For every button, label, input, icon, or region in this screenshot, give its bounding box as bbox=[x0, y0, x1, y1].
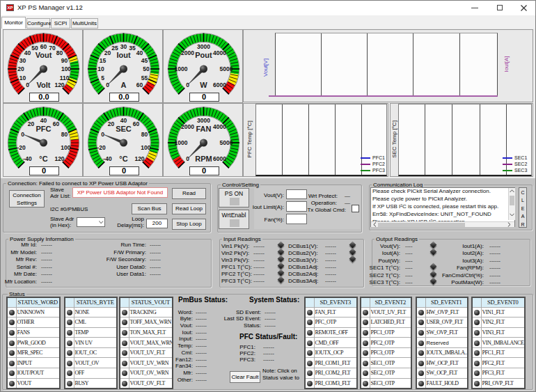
svg-text:0: 0 bbox=[186, 81, 189, 88]
svg-text:-20: -20 bbox=[17, 144, 26, 151]
svg-text:-20: -20 bbox=[97, 144, 106, 151]
svg-text:100: 100 bbox=[61, 144, 70, 151]
svg-text:60: 60 bbox=[53, 120, 60, 127]
svg-text:Pout: Pout bbox=[195, 51, 212, 59]
svg-text:55: 55 bbox=[141, 75, 148, 81]
svg-text:120: 120 bbox=[134, 155, 144, 162]
svg-text:80: 80 bbox=[141, 131, 148, 138]
svg-text:0: 0 bbox=[26, 81, 29, 88]
svg-text:-40: -40 bbox=[103, 155, 112, 162]
svg-text:80: 80 bbox=[61, 131, 68, 138]
svg-text:60: 60 bbox=[40, 43, 47, 50]
svg-text:3000: 3000 bbox=[197, 43, 210, 50]
svg-text:2000: 2000 bbox=[181, 49, 194, 56]
svg-text:100: 100 bbox=[61, 65, 71, 72]
svg-text:PFC: PFC bbox=[36, 125, 52, 133]
svg-text:0: 0 bbox=[101, 131, 104, 138]
svg-text:5000: 5000 bbox=[220, 65, 233, 72]
svg-text:40: 40 bbox=[40, 117, 47, 124]
svg-text:0: 0 bbox=[106, 81, 109, 88]
svg-text:Volt: Volt bbox=[37, 81, 51, 89]
svg-text:10: 10 bbox=[97, 65, 104, 72]
svg-text:45: 45 bbox=[141, 57, 148, 64]
svg-text:FAN: FAN bbox=[196, 125, 212, 133]
svg-text:30: 30 bbox=[19, 57, 26, 64]
svg-text:4000: 4000 bbox=[213, 49, 226, 56]
svg-text:20: 20 bbox=[28, 120, 35, 127]
svg-text:-40: -40 bbox=[23, 155, 32, 162]
svg-text:40: 40 bbox=[24, 49, 31, 56]
svg-text:1000: 1000 bbox=[175, 139, 188, 146]
svg-text:80: 80 bbox=[56, 49, 63, 56]
svg-text:60: 60 bbox=[136, 81, 143, 88]
svg-text:°C: °C bbox=[39, 155, 47, 163]
svg-text:15: 15 bbox=[100, 57, 107, 64]
svg-text:120: 120 bbox=[54, 81, 64, 88]
svg-text:100: 100 bbox=[141, 144, 150, 151]
svg-text:A: A bbox=[121, 81, 127, 89]
svg-text:0: 0 bbox=[21, 131, 24, 138]
svg-text:2000: 2000 bbox=[181, 123, 194, 130]
svg-text:4000: 4000 bbox=[213, 123, 226, 130]
svg-text:°C: °C bbox=[119, 155, 127, 163]
svg-text:40: 40 bbox=[120, 117, 127, 124]
svg-text:110: 110 bbox=[60, 75, 70, 81]
svg-text:20: 20 bbox=[17, 65, 24, 72]
svg-text:Vout: Vout bbox=[36, 51, 52, 59]
svg-text:3000: 3000 bbox=[197, 117, 210, 124]
svg-text:1000: 1000 bbox=[175, 65, 188, 72]
svg-text:10: 10 bbox=[19, 75, 26, 81]
svg-text:6000: 6000 bbox=[213, 155, 226, 162]
svg-text:50: 50 bbox=[143, 65, 150, 72]
svg-text:RPM: RPM bbox=[195, 155, 212, 163]
svg-text:20: 20 bbox=[108, 120, 115, 127]
svg-text:20: 20 bbox=[104, 49, 111, 56]
svg-text:5000: 5000 bbox=[220, 139, 233, 146]
svg-text:120: 120 bbox=[54, 155, 64, 162]
svg-text:Iout: Iout bbox=[116, 51, 130, 59]
svg-text:0: 0 bbox=[186, 155, 189, 162]
svg-text:5: 5 bbox=[101, 75, 104, 81]
svg-text:30: 30 bbox=[120, 43, 127, 50]
svg-text:SEC: SEC bbox=[116, 125, 132, 133]
svg-text:60: 60 bbox=[133, 120, 140, 127]
svg-text:W: W bbox=[200, 81, 207, 89]
svg-text:6000: 6000 bbox=[213, 81, 226, 88]
svg-text:90: 90 bbox=[61, 57, 68, 64]
svg-text:40: 40 bbox=[136, 49, 143, 56]
